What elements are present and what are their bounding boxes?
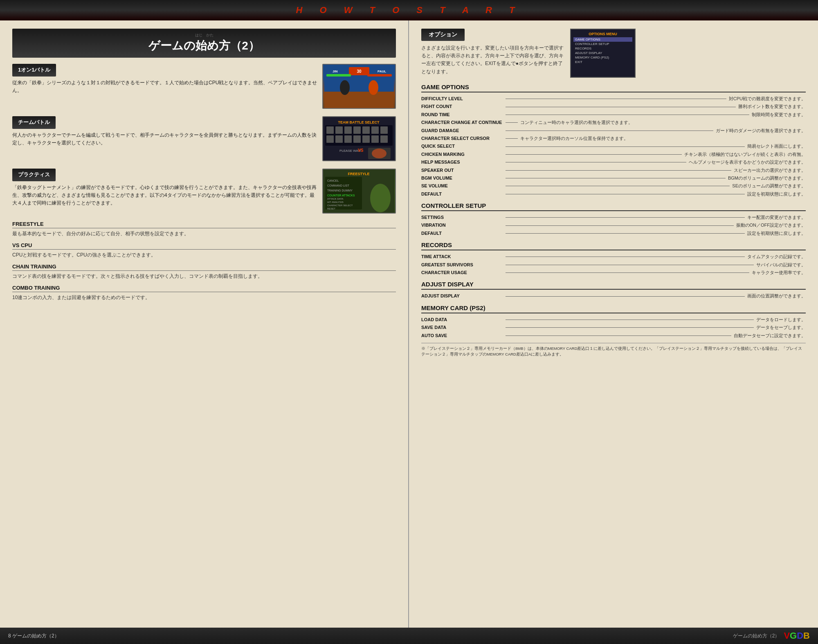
section-1on1-text: 1オン1バトル 従来の「鉄拳」シリーズのような１対１の対戦ができるモードです。１… xyxy=(12,64,317,95)
svg-text:COMMAND LIST: COMMAND LIST xyxy=(327,184,349,187)
section-practice-text: プラクティス 「鉄拳タッグトーナメント」の練習ができるモードです。心ゆくまで技の… xyxy=(12,169,317,207)
menu-item-records[interactable]: RECORDS xyxy=(573,46,632,51)
opt-adjust: ADJUST DISPLAY 画面の位置調整ができます。 xyxy=(421,293,806,299)
chain-body: コマンド表の技を練習するモードです。次々と指示される技をすばやく入力し、コマンド… xyxy=(12,272,396,280)
opt-settings: SETTINGS キー配置の変更ができます。 xyxy=(421,214,806,221)
svg-rect-26 xyxy=(380,135,388,143)
subsection-vscpu: VS CPU CPUと対戦するモードです。CPUの強さを選ぶことができます。 xyxy=(12,242,396,259)
opt-char-change-desc: コンティニュー時のキャラ選択の有無を選択できます。 xyxy=(520,119,633,126)
opt-survivors-desc: サバイバルの記録です。 xyxy=(756,262,806,268)
opt-load-name: LOAD DATA xyxy=(421,317,503,322)
opt-default-game: DEFAULT 設定を初期状態に戻します。 xyxy=(421,191,806,197)
right-panel: オプション さまざまな設定を行います。変更したい項目を方向キーで選択すると、内容… xyxy=(409,20,818,628)
opt-save: SAVE DATA データをセーブします。 xyxy=(421,324,806,331)
opt-guard-damage-dash xyxy=(506,131,713,131)
opt-time-attack-desc: タイムアタックの記録です。 xyxy=(747,254,806,260)
menu-item-memory[interactable]: MEMORY CARD (PS2) xyxy=(573,55,632,60)
opt-se: SE VOLUME SEのボリュームの調整ができます。 xyxy=(421,183,806,189)
opt-bgm-name: BGM VOLUME xyxy=(421,176,503,180)
chain-title: CHAIN TRAINING xyxy=(12,263,396,271)
svg-text:TEAM BATTLE SELECT: TEAM BATTLE SELECT xyxy=(338,120,380,124)
opt-char-usage-name: CHARACTER USAGE xyxy=(421,270,503,275)
main-content: はじ かた ゲームの始め方（2） 1オン1バトル 従来の「鉄拳」シリーズのような… xyxy=(0,20,818,628)
opt-adjust-desc: 画面の位置調整ができます。 xyxy=(747,293,806,299)
opt-save-desc: データをセーブします。 xyxy=(756,324,806,331)
opt-char-change-name: CHARACTER CHANGE AT CONTINUE xyxy=(421,120,503,125)
menu-item-exit[interactable]: EXIT xyxy=(573,60,632,64)
opt-quick-select-desc: 簡易セレクト画面にします。 xyxy=(747,143,806,149)
opt-speaker-dash xyxy=(506,170,731,171)
opt-char-usage: CHARACTER USAGE キャラクター使用率です。 xyxy=(421,270,806,276)
opt-help: HELP MESSAGES ヘルプメッセージを表示するかどうかの設定ができます。 xyxy=(421,159,806,165)
footnote: ※「プレイステーション２」専用メモリーカード（8MB）は、本体のMEMORY C… xyxy=(421,343,806,358)
screenshot-practice: FREESTYLE CANCEL COMMAND LIST TRAINING D… xyxy=(322,169,396,214)
page-title-box: はじ かた ゲームの始め方（2） xyxy=(12,29,396,58)
svg-point-8 xyxy=(340,80,350,95)
opt-autosave-dash xyxy=(506,336,731,336)
opt-round-time: ROUND TIME 制限時間を変更できます。 xyxy=(421,112,806,118)
body-team: 何人かのキャラクターでチームを編成して戦うモードで、相手チームのキャラクターを全… xyxy=(12,131,317,147)
svg-rect-18 xyxy=(371,126,379,134)
menu-item-adjust[interactable]: ADJUST DISPLAY xyxy=(573,51,632,55)
svg-text:RESET: RESET xyxy=(327,207,335,210)
opt-char-cursor-desc: キャラクター選択時のカーソル位置を保持できます。 xyxy=(520,135,628,142)
opt-time-attack-dash xyxy=(506,257,745,257)
svg-rect-19 xyxy=(380,126,388,134)
bottom-right-text: ゲームの始め方（2） xyxy=(733,633,780,639)
opt-help-desc: ヘルプメッセージを表示するかどうかの設定ができます。 xyxy=(689,159,806,165)
svg-rect-22 xyxy=(344,135,352,143)
opt-time-attack-name: TIME ATTACK xyxy=(421,254,503,259)
opt-fight-count-desc: 勝利ポイント数を変更できます。 xyxy=(738,104,806,110)
vscpu-title: VS CPU xyxy=(12,242,396,250)
game-options-list: DIFFICULTY LEVEL 対CPU戦での難易度を変更できます。 FIGH… xyxy=(421,96,806,197)
options-label: オプション xyxy=(421,29,465,41)
label-practice: プラクティス xyxy=(12,169,56,181)
opt-survivors: GREATEST SURVIVORS サバイバルの記録です。 xyxy=(421,262,806,268)
opt-bgm-dash xyxy=(506,178,726,178)
records-list: TIME ATTACK タイムアタックの記録です。 GREATEST SURVI… xyxy=(421,254,806,276)
opt-chicken: CHICKEN MARKING チキン表示（積極的ではないプレイが続くと表示）の… xyxy=(421,151,806,158)
svg-text:PAUL: PAUL xyxy=(378,70,386,73)
svg-rect-20 xyxy=(326,135,334,143)
options-menu-title: OPTIONS MENU xyxy=(573,32,632,36)
svg-text:COUNTER ATTACKS: COUNTER ATTACKS xyxy=(327,194,355,197)
options-label-col: オプション さまざまな設定を行います。変更したい項目を方向キーで選択すると、内容… xyxy=(421,29,564,76)
svg-rect-6 xyxy=(326,74,351,77)
logo-g: G xyxy=(790,630,797,641)
opt-char-cursor-dash xyxy=(506,138,518,139)
svg-rect-25 xyxy=(371,135,379,143)
opt-help-name: HELP MESSAGES xyxy=(421,160,503,164)
svg-rect-17 xyxy=(362,126,370,134)
opt-default-ctrl-name: DEFAULT xyxy=(421,231,503,236)
opt-chicken-desc: チキン表示（積極的ではないプレイが続くと表示）の有無。 xyxy=(684,151,806,158)
svg-text:HIT ANALYSIS: HIT ANALYSIS xyxy=(327,201,344,203)
opt-difficulty-desc: 対CPU戦での難易度を変更できます。 xyxy=(729,96,806,102)
opt-default-game-dash xyxy=(506,194,745,194)
svg-text:ATTACK DATA: ATTACK DATA xyxy=(327,198,344,200)
opt-quick-select: QUICK SELECT 簡易セレクト画面にします。 xyxy=(421,143,806,149)
menu-item-controller[interactable]: CONTROLLER SETUP xyxy=(573,42,632,46)
svg-rect-24 xyxy=(362,135,370,143)
opt-speaker: SPEAKER OUT スピーカー出力の選択ができます。 xyxy=(421,167,806,173)
svg-text:VS: VS xyxy=(358,148,364,153)
opt-guard-damage: GUARD DAMAGE ガード時のダメージの有無を選択できます。 xyxy=(421,128,806,134)
options-intro-text: さまざまな設定を行います。変更したい項目を方向キーで選択すると、内容が表示されま… xyxy=(421,44,564,76)
opt-char-usage-desc: キャラクター使用率です。 xyxy=(752,270,806,276)
svg-rect-1 xyxy=(324,92,394,108)
opt-guard-damage-name: GUARD DAMAGE xyxy=(421,128,503,133)
svg-text:CHARACTER SELECT: CHARACTER SELECT xyxy=(327,204,353,207)
svg-point-30 xyxy=(372,149,387,158)
opt-char-usage-dash xyxy=(506,272,749,273)
header-title: H O W T O S T A R T xyxy=(296,5,522,16)
screenshot-1on1: 30 JIN PAUL xyxy=(322,64,396,109)
logo-b: B xyxy=(803,630,810,641)
opt-help-dash xyxy=(506,162,686,162)
svg-point-42 xyxy=(370,184,391,212)
opt-chicken-dash xyxy=(506,154,682,155)
opt-load-dash xyxy=(506,320,754,320)
opt-difficulty-name: DIFFICULTY LEVEL xyxy=(421,96,503,101)
opt-se-name: SE VOLUME xyxy=(421,183,503,188)
menu-item-game-options[interactable]: GAME OPTIONS xyxy=(573,37,632,42)
opt-settings-name: SETTINGS xyxy=(421,215,503,220)
top-header: H O W T O S T A R T xyxy=(0,0,818,20)
